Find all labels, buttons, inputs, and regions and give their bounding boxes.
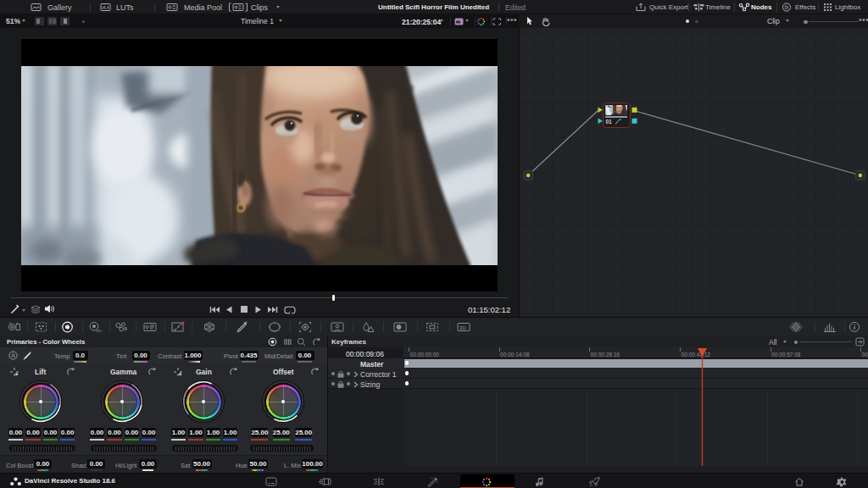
- svg-text:3D: 3D: [459, 325, 466, 330]
- svg-text:HDR: HDR: [97, 329, 103, 333]
- svg-text:A: A: [11, 352, 15, 358]
- svg-text:fx: fx: [784, 4, 789, 10]
